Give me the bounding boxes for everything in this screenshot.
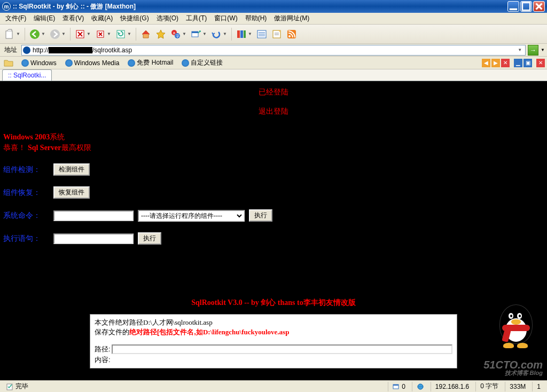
url-dropdown-icon[interactable]: ▼ [515, 48, 524, 52]
go-dropdown-icon[interactable]: ▼ [541, 48, 545, 52]
ie-icon [182, 59, 189, 67]
watermark: 51CTO.com 技术博客 Blog [483, 359, 543, 376]
svg-rect-2 [6, 31, 12, 38]
stop-all-button[interactable]: ▼ [74, 28, 92, 41]
minimize-button[interactable] [507, 1, 519, 12]
favorites-button[interactable] [154, 28, 167, 41]
min-tab-icon[interactable]: ▁ [514, 59, 522, 67]
svg-text:a: a [173, 31, 175, 35]
svg-text:字: 字 [176, 34, 179, 38]
page-footer: SqlRootkit V3.0 -- by 剑心 thans to李丰初友情改版 [0, 298, 547, 308]
svg-point-25 [288, 35, 291, 37]
svg-rect-28 [393, 385, 398, 386]
svg-point-3 [30, 29, 40, 39]
app-logo-icon: m [2, 2, 11, 11]
translate-button[interactable]: a字▼ [169, 28, 187, 41]
menu-window[interactable]: 窗口(W) [211, 13, 240, 24]
menu-help[interactable]: 帮助(H) [242, 13, 270, 24]
cmd-select[interactable]: ----请选择运行程序的组件---- [138, 210, 245, 222]
done-icon [6, 383, 14, 390]
rss-button[interactable] [285, 28, 298, 41]
logged-in-text: 已经登陆 [0, 88, 547, 97]
cmd-input[interactable] [53, 210, 134, 221]
menu-groups[interactable]: 快捷组(G) [117, 13, 152, 24]
svg-point-4 [50, 29, 60, 39]
qq-penguin-icon[interactable] [496, 302, 536, 348]
url-prefix: http:// [33, 46, 49, 54]
menu-tools[interactable]: 工具(T) [183, 13, 210, 24]
new-tab-button[interactable]: ▼ [3, 28, 21, 41]
page-content: 已经登陆 退出登陆 Windows 2003系统 恭喜！ Sql Server最… [0, 81, 547, 380]
status-done: 完毕 [2, 382, 386, 391]
exec-input[interactable] [53, 233, 134, 244]
path-input-row: 路径: [95, 344, 452, 354]
notes-button[interactable] [270, 28, 283, 41]
url-input-box[interactable]: http:// /sqlrootkit.asp ▼ [21, 45, 526, 56]
detect-button[interactable] [53, 163, 90, 176]
cmd-exec-button[interactable] [249, 209, 272, 222]
file-save-hint: 保存文件的绝对路径[包括文件名,如D:\lifengchu\fuckyoulov… [95, 327, 452, 337]
tab-bar: :: SqlRootki... [0, 69, 547, 81]
svg-rect-15 [240, 30, 243, 38]
forward-button[interactable]: ▼ [49, 28, 67, 41]
menu-edit[interactable]: 编辑(E) [30, 13, 58, 24]
menu-options[interactable]: 选项(O) [153, 13, 182, 24]
list-button[interactable] [255, 28, 268, 41]
menu-favorites[interactable]: 收藏(A) [88, 13, 116, 24]
path-label: 路径: [95, 344, 111, 354]
file-save-box: 本文件绝对路径D:\人才网\sqlrootkit.asp 保存文件的绝对路径[包… [90, 314, 457, 369]
url-suffix: /sqlrootkit.asp [92, 46, 515, 54]
link-windows[interactable]: Windows [19, 58, 59, 68]
menu-view[interactable]: 查看(V) [59, 13, 87, 24]
row-exec: 执行语句： [3, 232, 547, 245]
nav-left-icon[interactable]: ◀ [482, 59, 490, 67]
svg-rect-1 [522, 3, 530, 10]
menu-maxthon-url[interactable]: 傲游网址(M) [271, 13, 312, 24]
ie-icon [21, 59, 29, 67]
address-label: 地址 [2, 45, 19, 54]
popup-button[interactable]: ▼ [190, 28, 208, 41]
ie-icon [128, 59, 135, 67]
toolbar: ▼ ▼ ▼ ▼ ▼ ▼ a字▼ ▼ ▼ ▼ [0, 25, 547, 44]
restore-tab-icon[interactable]: ▣ [523, 59, 532, 67]
close-tab-icon[interactable]: ✕ [501, 59, 510, 67]
recover-button[interactable] [53, 186, 90, 199]
link-windows-media[interactable]: Windows Media [63, 58, 122, 68]
back-button[interactable]: ▼ [28, 28, 46, 41]
home-button[interactable] [139, 28, 152, 41]
ie-icon [65, 59, 73, 67]
nav-right-icon[interactable]: ▶ [491, 59, 500, 67]
row-cmd: 系统命令： ----请选择运行程序的组件---- [3, 209, 547, 222]
close-button[interactable] [533, 1, 545, 12]
status-mem: 333M [505, 382, 530, 391]
file-path-current: 本文件绝对路径D:\人才网\sqlrootkit.asp [95, 318, 452, 327]
titlebar: m :: SqlRootkit - by 剑心 :: - 傲游 [Maxthon… [0, 0, 547, 13]
svg-rect-21 [273, 30, 280, 38]
folder-icon[interactable] [2, 57, 15, 69]
svg-rect-16 [244, 30, 246, 38]
tab-active[interactable]: :: SqlRootki... [2, 69, 52, 81]
logout-link[interactable]: 退出登陆 [0, 107, 547, 116]
go-button[interactable]: → [528, 45, 538, 56]
stop-button[interactable]: ▼ [94, 28, 112, 41]
refresh-button[interactable]: ▼ [114, 28, 132, 41]
cmd-label: 系统命令： [3, 211, 49, 221]
system-info: Windows 2003系统 [3, 132, 547, 142]
exec-button[interactable] [138, 232, 161, 245]
row-recover: 组件恢复： [3, 186, 547, 199]
link-hotmail[interactable]: 免费 Hotmail [126, 57, 175, 68]
link-custom[interactable]: 自定义链接 [179, 57, 225, 68]
undo-button[interactable]: ▼ [210, 28, 228, 41]
svg-rect-14 [237, 30, 240, 38]
close-all-icon[interactable]: ✕ [536, 59, 545, 67]
redacted-host [49, 47, 92, 53]
maximize-button[interactable] [520, 1, 532, 12]
content-label: 内容: [95, 355, 111, 365]
resources-button[interactable]: ▼ [235, 28, 253, 41]
svg-rect-0 [510, 9, 517, 11]
row-detect: 组件检测： [3, 163, 547, 176]
menu-file[interactable]: 文件(F) [2, 13, 29, 24]
status-ip: 192.168.1.6 [431, 382, 473, 391]
path-input[interactable] [112, 344, 452, 354]
popup-blocked-icon [393, 383, 400, 390]
